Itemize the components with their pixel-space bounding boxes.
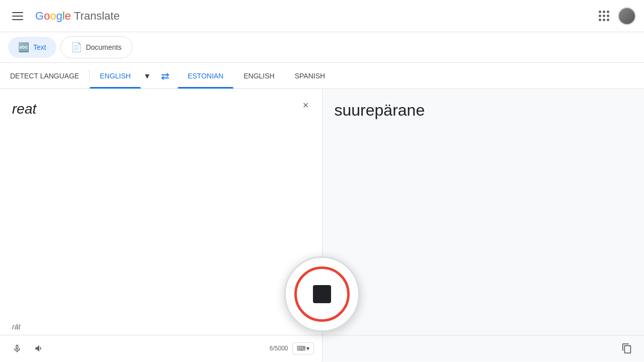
account-avatar[interactable] bbox=[618, 7, 636, 25]
target-lang-spanish[interactable]: SPANISH bbox=[285, 63, 335, 88]
clear-source-button[interactable]: × bbox=[298, 97, 314, 113]
copy-translation-button[interactable] bbox=[618, 339, 636, 357]
translate-wordmark: Translate bbox=[74, 10, 120, 23]
tab-text-label: Text bbox=[33, 43, 46, 51]
copy-icon bbox=[621, 343, 632, 354]
documents-tab-icon: 📄 bbox=[71, 42, 82, 53]
stop-icon bbox=[313, 285, 331, 303]
grid-dots-icon bbox=[599, 11, 609, 21]
speaker-icon bbox=[34, 343, 44, 353]
detect-language-btn[interactable]: DETECT LANGUAGE bbox=[0, 63, 89, 88]
source-text-display: reat bbox=[12, 99, 310, 119]
text-tab-icon: 🔤 bbox=[18, 42, 29, 53]
tab-documents-label: Documents bbox=[86, 43, 122, 51]
language-bar: DETECT LANGUAGE ENGLISH ▾ ⇄ ESTONIAN ENG… bbox=[0, 63, 644, 89]
header-left: Google Translate bbox=[8, 8, 120, 24]
tab-documents[interactable]: 📄 Documents bbox=[60, 36, 132, 58]
swap-languages-button[interactable]: ⇄ bbox=[153, 64, 178, 88]
source-panel: reat × rāt 6/5000 ⌨ ▾ bbox=[0, 89, 323, 361]
keyboard-dropdown-arrow: ▾ bbox=[306, 345, 309, 352]
mic-icon bbox=[12, 343, 22, 353]
keyboard-button[interactable]: ⌨ ▾ bbox=[292, 342, 314, 354]
speaker-icon-btn[interactable] bbox=[30, 339, 48, 357]
mic-icon-btn[interactable] bbox=[8, 339, 26, 357]
target-lang-english[interactable]: ENGLISH bbox=[233, 63, 284, 88]
apps-grid-button[interactable] bbox=[594, 6, 614, 26]
google-wordmark: Google bbox=[35, 10, 71, 23]
target-text-area: suurepärane bbox=[323, 89, 645, 335]
target-lang-estonian[interactable]: ESTONIAN bbox=[178, 63, 233, 88]
source-text-area[interactable]: reat × bbox=[0, 89, 322, 323]
header: Google Translate bbox=[0, 0, 644, 32]
stop-recording-button[interactable] bbox=[284, 256, 360, 332]
source-footer: 6/5000 ⌨ ▾ bbox=[0, 335, 322, 361]
target-panel: suurepärane bbox=[323, 89, 645, 361]
target-text-display: suurepärane bbox=[335, 99, 632, 122]
record-overlay bbox=[284, 256, 360, 332]
tab-text[interactable]: 🔤 Text bbox=[8, 37, 56, 58]
record-ring bbox=[294, 266, 350, 322]
logo: Google Translate bbox=[35, 10, 120, 23]
target-footer bbox=[323, 335, 645, 361]
keyboard-icon: ⌨ bbox=[297, 345, 305, 352]
hamburger-button[interactable] bbox=[8, 8, 27, 24]
source-lang-dropdown[interactable]: ▾ bbox=[141, 70, 153, 81]
mode-tabs-row: 🔤 Text 📄 Documents bbox=[0, 32, 644, 63]
header-right bbox=[594, 6, 636, 26]
source-lang-english[interactable]: ENGLISH bbox=[90, 63, 140, 88]
source-phonetic: rāt bbox=[0, 323, 322, 335]
char-count: 6/5000 bbox=[270, 345, 288, 352]
